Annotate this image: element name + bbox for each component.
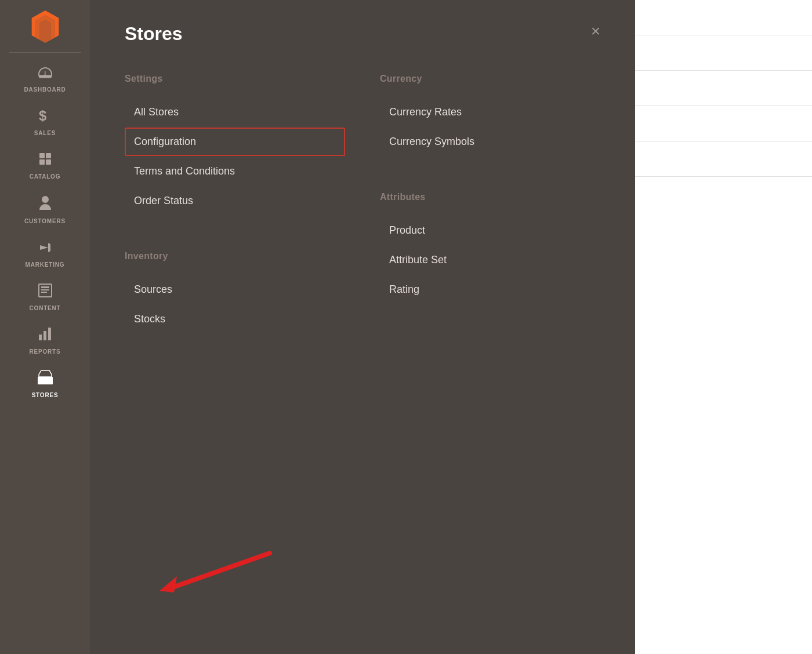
content-icon xyxy=(38,283,53,301)
catalog-icon xyxy=(38,151,53,170)
reports-icon xyxy=(38,326,53,345)
inventory-heading: Inventory xyxy=(125,251,345,261)
sidebar: DASHBOARD $ SALES CATALOG CUSTOME xyxy=(0,0,90,654)
sidebar-item-marketing-label: MARKETING xyxy=(26,261,65,268)
sidebar-item-customers-label: CUSTOMERS xyxy=(24,218,66,224)
customers-icon xyxy=(39,195,52,215)
svg-point-5 xyxy=(42,196,49,203)
sidebar-item-content[interactable]: CONTENT xyxy=(0,275,90,318)
panel-line-4 xyxy=(635,141,812,141)
sidebar-item-reports[interactable]: REPORTS xyxy=(0,318,90,362)
svg-text:$: $ xyxy=(39,108,47,123)
menu-item-terms-conditions[interactable]: Terms and Conditions xyxy=(125,157,345,186)
main-content: Stores × Settings All Stores Configurati… xyxy=(90,0,812,654)
sidebar-item-marketing[interactable]: MARKETING xyxy=(0,231,90,275)
panel-line-5 xyxy=(635,176,812,177)
menu-item-currency-symbols[interactable]: Currency Symbols xyxy=(380,128,600,156)
sales-icon: $ xyxy=(39,108,52,126)
stores-currency-column: Currency Currency Rates Currency Symbols… xyxy=(368,74,600,335)
svg-rect-12 xyxy=(48,328,51,340)
magento-logo xyxy=(0,0,90,51)
stores-menu-title: Stores xyxy=(125,23,183,45)
marketing-icon xyxy=(38,239,53,258)
menu-item-all-stores[interactable]: All Stores xyxy=(125,98,345,126)
panel-line-2 xyxy=(635,70,812,71)
svg-rect-3 xyxy=(39,159,45,165)
right-panel xyxy=(635,0,812,654)
stores-menu-columns: Settings All Stores Configuration Terms … xyxy=(125,74,600,335)
stores-close-button[interactable]: × xyxy=(591,23,600,39)
sidebar-item-content-label: CONTENT xyxy=(30,305,61,311)
menu-item-sources[interactable]: Sources xyxy=(125,275,345,304)
svg-rect-7 xyxy=(41,286,49,288)
panel-line-1 xyxy=(635,35,812,35)
stores-menu: Stores × Settings All Stores Configurati… xyxy=(90,0,635,654)
menu-item-order-status[interactable]: Order Status xyxy=(125,187,345,215)
arrow-annotation xyxy=(125,536,276,608)
menu-item-stocks[interactable]: Stocks xyxy=(125,305,345,333)
svg-rect-4 xyxy=(46,159,51,165)
svg-rect-1 xyxy=(39,153,45,158)
svg-rect-8 xyxy=(41,289,49,290)
svg-marker-17 xyxy=(160,576,177,593)
svg-rect-10 xyxy=(39,335,42,340)
menu-item-configuration[interactable]: Configuration xyxy=(125,128,345,156)
sidebar-item-sales[interactable]: $ SALES xyxy=(0,100,90,143)
menu-item-attribute-set[interactable]: Attribute Set xyxy=(380,246,600,274)
currency-heading: Currency xyxy=(380,74,600,84)
sidebar-item-catalog-label: CATALOG xyxy=(30,173,61,180)
sidebar-item-stores[interactable]: STORES xyxy=(0,362,90,405)
sidebar-item-dashboard[interactable]: DASHBOARD xyxy=(0,59,90,100)
settings-heading: Settings xyxy=(125,74,345,84)
right-panel-lines xyxy=(635,0,812,654)
sidebar-item-reports-label: REPORTS xyxy=(30,348,61,355)
svg-rect-2 xyxy=(46,153,51,158)
sidebar-item-dashboard-label: DASHBOARD xyxy=(24,86,66,93)
svg-rect-9 xyxy=(41,292,47,293)
stores-menu-header: Stores × xyxy=(125,23,600,45)
attributes-heading: Attributes xyxy=(380,192,600,202)
sidebar-item-customers[interactable]: CUSTOMERS xyxy=(0,187,90,231)
menu-item-currency-rates[interactable]: Currency Rates xyxy=(380,98,600,126)
menu-item-product[interactable]: Product xyxy=(380,216,600,245)
sidebar-item-stores-label: STORES xyxy=(32,392,59,398)
sidebar-divider xyxy=(9,52,81,53)
svg-rect-11 xyxy=(44,331,46,340)
menu-item-rating[interactable]: Rating xyxy=(380,275,600,304)
sidebar-item-catalog[interactable]: CATALOG xyxy=(0,143,90,187)
stores-icon xyxy=(37,370,53,388)
stores-settings-column: Settings All Stores Configuration Terms … xyxy=(125,74,368,335)
sidebar-item-sales-label: SALES xyxy=(34,130,56,136)
panel-line-3 xyxy=(635,106,812,106)
dashboard-icon xyxy=(38,67,53,83)
